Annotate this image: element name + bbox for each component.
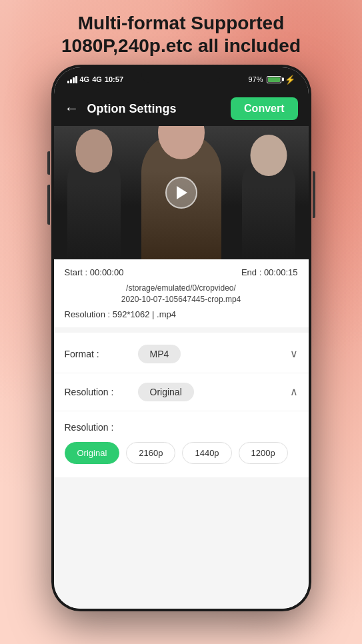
resolution-option-1200p[interactable]: 1200p <box>239 442 288 464</box>
resolution-option-2160p[interactable]: 2160p <box>126 442 175 464</box>
back-button[interactable]: ← <box>65 100 79 117</box>
battery-pct: 97% <box>248 75 263 83</box>
info-section: Start : 00:00:00 End : 00:00:15 /storage… <box>54 259 309 327</box>
resolution-dropdown-title: Resolution : <box>65 422 298 433</box>
resolution-info: Resolution : 592*1062 | .mp4 <box>65 309 298 319</box>
banner-title: Multi-format Supported 1080P,240p.etc al… <box>0 12 362 57</box>
format-row[interactable]: Format : MP4 ∨ <box>54 335 309 373</box>
resolution-value: Original <box>138 383 194 401</box>
format-label: Format : <box>65 349 138 359</box>
phone-frame: 4G 4G 10:57 97% ⚡ ← Option Settings Conv… <box>51 65 311 611</box>
time-label: 10:57 <box>105 75 123 83</box>
battery-icon <box>267 76 281 83</box>
bolt-icon: ⚡ <box>285 75 295 85</box>
convert-button[interactable]: Convert <box>231 97 297 120</box>
end-label: End : <box>241 267 261 277</box>
start-value: 00:00:00 <box>90 267 124 277</box>
chevron-up-icon: ∧ <box>290 385 298 398</box>
play-button[interactable] <box>165 177 197 209</box>
end-time: End : 00:00:15 <box>241 267 298 277</box>
resolution-label: Resolution : <box>65 387 138 397</box>
format-value: MP4 <box>138 345 181 363</box>
file-path: /storage/emulated/0/cropvideo/2020-10-07… <box>65 283 298 305</box>
resolution-option-original[interactable]: Original <box>65 442 120 464</box>
start-label: Start : <box>65 267 88 277</box>
app-header: ← Option Settings Convert <box>54 91 309 126</box>
resolution-options: Original 2160p 1440p 1200p <box>65 442 298 464</box>
end-value: 00:00:15 <box>264 267 298 277</box>
main-content: Start : 00:00:00 End : 00:00:15 /storage… <box>54 126 309 609</box>
chevron-down-icon: ∨ <box>290 347 298 360</box>
page-title: Option Settings <box>87 102 223 116</box>
resolution-dropdown: Resolution : Original 2160p 1440p 1200p <box>54 411 309 475</box>
network-label: 4G <box>80 75 90 83</box>
signal-icon <box>67 76 77 83</box>
resolution-row[interactable]: Resolution : Original ∧ <box>54 373 309 411</box>
resolution-option-1440p[interactable]: 1440p <box>182 442 231 464</box>
play-icon <box>177 186 187 199</box>
network-label2: 4G <box>92 75 102 83</box>
start-time: Start : 00:00:00 <box>65 267 124 277</box>
video-thumbnail <box>54 126 309 259</box>
settings-section: Format : MP4 ∨ Resolution : Original ∧ R… <box>54 333 309 477</box>
